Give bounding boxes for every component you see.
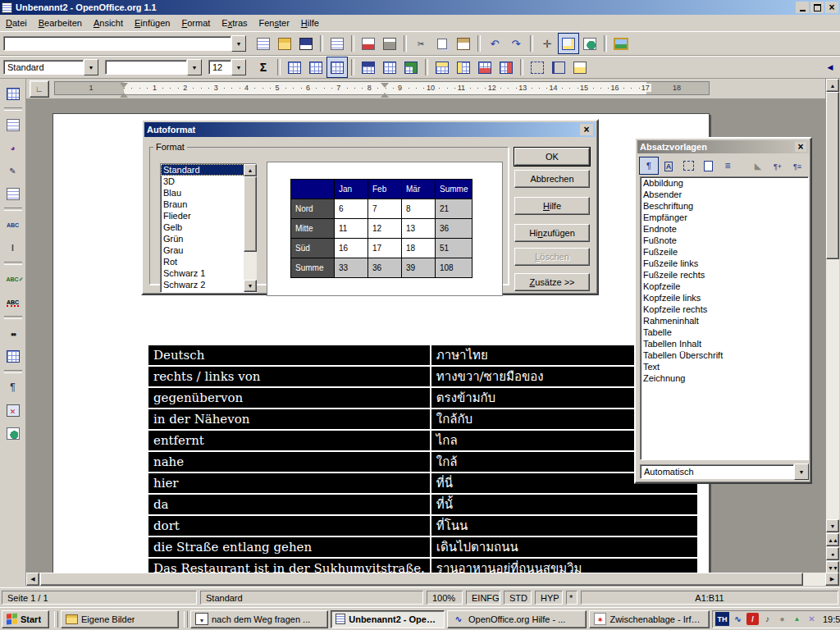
german-cell[interactable]: in der Nähevon [148,409,431,430]
horizontal-scroll-thumb[interactable] [40,573,803,586]
background-color-button[interactable] [569,57,591,78]
split-cells-button[interactable] [305,57,326,78]
task-ooo-hilfe[interactable]: OpenOffice.org Hilfe - ... [447,610,587,628]
menu-bearbeiten[interactable]: Bearbeiten [33,16,88,30]
url-combo-value[interactable] [3,36,231,51]
style-list-item[interactable]: Text [641,361,808,372]
font-size-combo[interactable]: 12 ▼ [208,59,246,75]
german-cell[interactable]: rechts / links von [148,366,431,387]
style-filter-dropdown-icon[interactable]: ▼ [794,463,809,480]
horizontal-scrollbar[interactable]: ◀ [26,573,825,586]
document-table[interactable]: Deutschภาษาไทยrechts / links vonทางขวา/ซ… [147,344,699,573]
menu-einfuegen[interactable]: Einfügen [129,16,176,30]
thai-cell[interactable]: ที่นั้ [431,494,698,515]
format-scroll-down-icon[interactable]: ▼ [244,280,257,292]
autoformat-button[interactable] [400,57,422,78]
german-cell[interactable]: Deutsch [148,345,431,366]
cut-button[interactable] [410,33,431,54]
format-option[interactable]: Flieder [161,210,256,221]
style-list-item[interactable]: Absender [641,189,808,200]
paragraph-styles-button[interactable] [639,157,659,175]
insert-fields-button[interactable] [2,114,24,135]
style-list-item[interactable]: Tabellen Inhalt [641,338,808,349]
style-list-item[interactable]: Fußnote [641,235,808,246]
thai-cell[interactable]: ที่โนน [431,515,698,536]
format-scroll-thumb[interactable] [244,176,257,252]
numbering-styles-button[interactable] [718,157,737,175]
task-unbenannt2[interactable]: Unbenannt2 - OpenO... [331,610,445,628]
menu-fenster[interactable]: Fenster [253,16,295,30]
vertical-scroll-thumb[interactable] [826,92,839,259]
status-zoom[interactable]: 100% [427,591,463,605]
graphics-onoff-button[interactable] [2,399,24,421]
menu-hilfe[interactable]: Hilfe [295,16,325,30]
task-eigene-bilder[interactable]: Eigene Bilder [61,610,179,628]
task-weg-fragen[interactable]: nach dem Weg fragen ... [190,610,328,628]
insert-column-button[interactable] [453,57,474,78]
data-sources-button[interactable] [2,345,24,367]
hinzufuegen-button[interactable]: Hinzufügen [514,224,590,242]
language-indicator[interactable]: TH [715,612,729,626]
borders-button[interactable] [527,57,548,78]
sum-button[interactable]: Σ [253,57,274,77]
insert-row-button[interactable] [431,57,453,78]
url-combo[interactable]: ▼ [3,35,246,52]
format-option[interactable]: Gelb [161,221,256,233]
horizontal-ruler[interactable]: 1123456789101112131415161718 [54,81,710,95]
taskbar-grip[interactable] [54,611,58,628]
form-functions-button[interactable] [2,183,24,204]
style-list-item[interactable]: Kopfzeile rechts [641,304,808,315]
fill-format-button[interactable] [748,157,768,175]
status-page-style[interactable]: Standard [200,591,423,605]
previous-page-icon[interactable]: ▲▲ [826,533,839,546]
format-list-scrollbar[interactable]: ▲ ▼ [244,164,257,292]
format-option[interactable]: Schwarz 1 [161,267,256,279]
zusaetze-button[interactable]: Zusätze >> [514,273,590,291]
vertical-scrollbar[interactable]: ▲ ▼ ▲▲ ● ▼▼ [825,79,839,573]
delete-column-button[interactable] [495,57,517,78]
status-selection-mode[interactable]: STD [504,591,532,605]
restore-button[interactable] [810,2,824,13]
tab-selector-button[interactable]: ∟ [30,80,49,98]
start-button[interactable]: Start [2,610,49,628]
antivirus-icon[interactable] [746,613,759,625]
open-document-button[interactable] [274,33,295,54]
quickstart-icon[interactable] [732,613,744,625]
style-list-item[interactable]: Zeichnung [641,372,808,384]
autospellcheck-button[interactable] [2,291,24,313]
character-styles-button[interactable] [659,157,678,175]
ok-button[interactable]: OK [514,148,590,166]
delete-row-button[interactable] [474,57,495,78]
format-option[interactable]: Rot [161,256,256,267]
status-hyperlink-mode[interactable]: HYP [535,591,563,605]
new-document-button[interactable] [253,33,274,54]
page-styles-button[interactable] [698,157,718,175]
thai-cell[interactable]: รานอาหานอยู่ที่ถนนสุขุมวิม [431,558,698,573]
menu-format[interactable]: Format [176,16,216,30]
insert-table-button[interactable] [2,83,24,104]
paragraph-style-value[interactable]: Standard [3,60,84,75]
merge-cells-button[interactable] [284,57,305,78]
font-size-value[interactable]: 12 [208,60,231,75]
insert-object-button[interactable] [2,137,24,158]
german-cell[interactable]: da [148,494,431,515]
menu-ansicht[interactable]: Ansicht [88,16,129,30]
url-combo-dropdown-icon[interactable]: ▼ [231,35,246,52]
status-insert-mode[interactable]: EINFG [466,591,500,605]
minimize-button[interactable] [796,2,809,13]
german-cell[interactable]: gegenübervon [148,387,431,409]
format-option[interactable]: Blau [161,187,256,199]
german-cell[interactable]: nahe [148,451,431,472]
stylist-button[interactable] [558,33,579,54]
export-pdf-button[interactable] [358,33,379,54]
draw-functions-button[interactable] [2,160,24,181]
style-list-item[interactable]: Kopfzeile links [641,292,808,304]
online-layout-button[interactable] [2,422,24,444]
menu-datei[interactable]: Datei [0,16,33,30]
german-cell[interactable]: dort [148,515,431,536]
redo-button[interactable] [505,33,527,54]
hyperlink-button[interactable] [579,33,600,54]
font-name-value[interactable] [105,60,187,75]
style-list-item[interactable]: Tabelle [641,326,808,338]
stylist-close-icon[interactable] [795,142,806,152]
